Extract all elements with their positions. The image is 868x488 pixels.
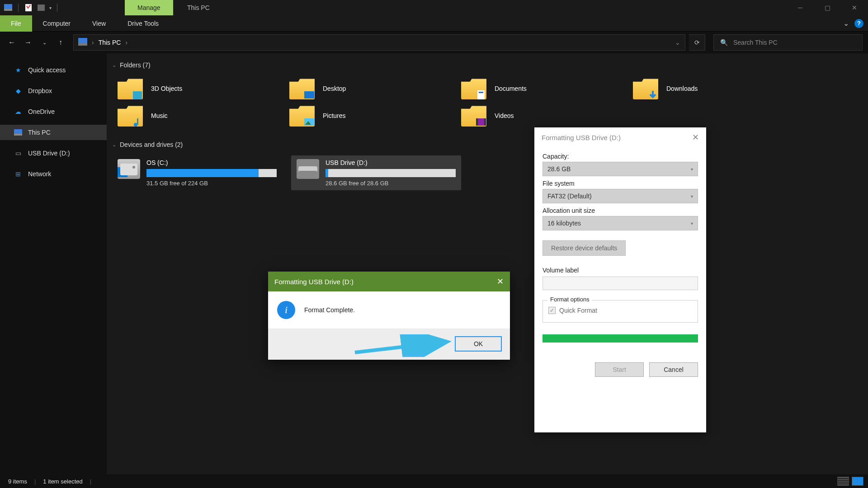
sidebar-item-label: Quick access <box>28 66 66 74</box>
quick-format-checkbox[interactable]: ✓Quick Format <box>548 307 692 314</box>
app-icon[interactable] <box>4 3 13 12</box>
navigation-pane: ★Quick access ◆Dropbox ☁OneDrive This PC… <box>0 53 107 474</box>
sidebar-item-this-pc[interactable]: This PC <box>0 125 107 140</box>
drive-usb-d[interactable]: USB Drive (D:) 28.6 GB free of 28.6 GB <box>291 155 461 190</box>
details-view-button[interactable] <box>837 477 849 486</box>
address-bar[interactable]: › This PC › ⌄ <box>73 34 685 51</box>
folder-desktop[interactable]: Desktop <box>284 75 456 102</box>
folder-videos[interactable]: Videos <box>456 102 627 129</box>
folder-icon <box>289 105 315 127</box>
svg-rect-5 <box>78 43 87 46</box>
ribbon: File Computer View Drive Tools ⌄ ? <box>0 15 868 32</box>
up-button[interactable]: ↑ <box>54 36 67 49</box>
sidebar-item-network[interactable]: ⊞Network <box>0 166 107 182</box>
recent-dropdown-icon[interactable]: ⌄ <box>38 36 51 49</box>
breadcrumb-separator: › <box>92 39 94 46</box>
folder-downloads[interactable]: Downloads <box>627 75 799 102</box>
folder-label: Downloads <box>666 85 698 92</box>
content-pane: ⌄Folders (7) 3D Objects Desktop Document… <box>107 53 868 474</box>
refresh-button[interactable]: ⟳ <box>689 34 705 51</box>
folder-icon <box>289 78 315 99</box>
forward-button[interactable]: → <box>22 36 34 49</box>
format-dialog-titlebar[interactable]: Formatting USB Drive (D:) ✕ <box>534 127 706 147</box>
manage-context-tab[interactable]: Manage <box>125 0 173 15</box>
drive-label: OS (C:) <box>146 159 277 166</box>
restore-defaults-button[interactable]: Restore device defaults <box>542 240 626 256</box>
folders-group-header[interactable]: ⌄Folders (7) <box>112 59 868 71</box>
folder-icon <box>118 78 143 99</box>
folder-icon <box>461 105 486 127</box>
help-icon[interactable]: ? <box>854 19 863 28</box>
folder-label: Music <box>151 112 168 119</box>
star-icon: ★ <box>14 66 23 74</box>
qat-dropdown-icon[interactable]: ▾ <box>49 5 52 10</box>
navigation-bar: ← → ⌄ ↑ › This PC › ⌄ ⟳ 🔍 <box>0 32 868 53</box>
close-icon[interactable]: ✕ <box>692 132 699 142</box>
info-icon: i <box>277 301 295 319</box>
cancel-button[interactable]: Cancel <box>649 362 698 377</box>
svg-rect-4 <box>78 38 87 43</box>
svg-rect-11 <box>479 92 483 93</box>
chevron-down-icon: ▾ <box>691 194 693 199</box>
folder-3d-objects[interactable]: 3D Objects <box>112 75 284 102</box>
search-box[interactable]: 🔍 <box>713 34 863 51</box>
dialog-title: Formatting USB Drive (D:) <box>542 134 621 141</box>
ribbon-tab-drive-tools[interactable]: Drive Tools <box>117 15 170 32</box>
msgbox-titlebar[interactable]: Formatting USB Drive (D:) ✕ <box>268 272 510 291</box>
sidebar-item-label: USB Drive (D:) <box>28 150 70 157</box>
svg-point-12 <box>134 123 137 127</box>
sidebar-item-usb-drive[interactable]: ▭USB Drive (D:) <box>0 145 107 161</box>
drive-icon <box>118 159 140 179</box>
chevron-down-icon: ▾ <box>691 167 693 172</box>
select-value: FAT32 (Default) <box>547 192 592 200</box>
status-selected-count: 1 item selected <box>43 478 82 485</box>
pc-icon <box>14 128 23 136</box>
drive-label: USB Drive (D:) <box>326 159 456 166</box>
svg-rect-23 <box>298 171 317 176</box>
folder-label: 3D Objects <box>151 85 182 92</box>
folder-icon <box>461 78 486 99</box>
sidebar-item-dropbox[interactable]: ◆Dropbox <box>0 83 107 99</box>
format-progress-bar <box>542 334 698 343</box>
folder-pictures[interactable]: Pictures <box>284 102 456 129</box>
dialog-title: Formatting USB Drive (D:) <box>274 278 354 286</box>
ok-button[interactable]: OK <box>455 336 502 352</box>
tiles-view-button[interactable] <box>852 477 863 486</box>
file-menu[interactable]: File <box>0 15 32 32</box>
drives-group-header[interactable]: ⌄Devices and drives (2) <box>112 138 868 151</box>
folder-music[interactable]: Music <box>112 102 284 129</box>
search-input[interactable] <box>733 39 856 46</box>
start-button[interactable]: Start <box>595 362 644 377</box>
back-button[interactable]: ← <box>5 36 18 49</box>
new-folder-icon[interactable] <box>37 3 46 12</box>
breadcrumb-location[interactable]: This PC <box>99 39 121 46</box>
select-value: 16 kilobytes <box>547 220 581 227</box>
breadcrumb-separator[interactable]: › <box>125 39 127 46</box>
volume-label-input[interactable] <box>542 277 698 290</box>
folder-label: Videos <box>495 112 514 119</box>
sidebar-item-onedrive[interactable]: ☁OneDrive <box>0 104 107 119</box>
svg-rect-0 <box>4 4 12 9</box>
ribbon-tab-computer[interactable]: Computer <box>32 15 81 32</box>
address-dropdown-icon[interactable]: ⌄ <box>675 39 680 46</box>
drive-os-c[interactable]: OS (C:) 31.5 GB free of 224 GB <box>112 155 282 190</box>
maximize-button[interactable]: ▢ <box>814 0 841 15</box>
sidebar-item-label: Network <box>28 170 51 178</box>
separator: | <box>90 478 91 485</box>
folder-documents[interactable]: Documents <box>456 75 627 102</box>
capacity-select[interactable]: 28.6 GB▾ <box>542 162 698 176</box>
sidebar-item-label: OneDrive <box>28 108 55 115</box>
filesystem-select[interactable]: FAT32 (Default)▾ <box>542 189 698 203</box>
ribbon-collapse-icon[interactable]: ⌄ <box>843 19 849 28</box>
window-controls: ─ ▢ ✕ <box>787 0 868 15</box>
ribbon-tab-view[interactable]: View <box>81 15 117 32</box>
minimize-button[interactable]: ─ <box>787 0 814 15</box>
close-button[interactable]: ✕ <box>841 0 868 15</box>
window-title: This PC <box>178 0 219 15</box>
close-icon[interactable]: ✕ <box>497 277 504 286</box>
sidebar-item-label: This PC <box>28 129 51 136</box>
properties-icon[interactable] <box>24 3 33 12</box>
separator <box>57 4 57 12</box>
allocation-select[interactable]: 16 kilobytes▾ <box>542 216 698 230</box>
sidebar-item-quick-access[interactable]: ★Quick access <box>0 62 107 78</box>
